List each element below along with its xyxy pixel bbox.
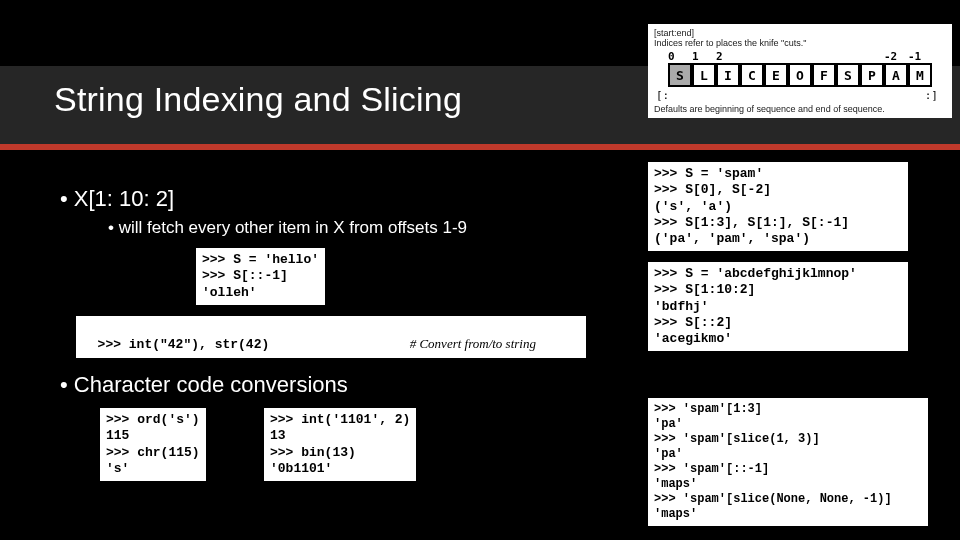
diagram-left-bracket: [: bbox=[656, 89, 669, 102]
diagram-cells: S L I C E O F S P A M bbox=[668, 63, 946, 87]
code-bin: >>> int('1101', 2) 13 >>> bin(13) '0b110… bbox=[264, 408, 416, 481]
code-abcdef: >>> S = 'abcdefghijklmnop' >>> S[1:10:2]… bbox=[648, 262, 908, 351]
bullet-x-slice-desc: will fetch every other item in X from of… bbox=[108, 218, 467, 238]
slice-diagram: [start:end] Indices refer to places the … bbox=[648, 24, 952, 118]
bullet-char-code: Character code conversions bbox=[60, 372, 348, 398]
diagram-top-note: [start:end] Indices refer to places the … bbox=[654, 28, 946, 48]
code-spam: >>> S = 'spam' >>> S[0], S[-2] ('s', 'a'… bbox=[648, 162, 908, 251]
slide-title: String Indexing and Slicing bbox=[54, 80, 462, 119]
diagram-right-bracket: :] bbox=[925, 89, 938, 102]
code-convert-call: >>> int("42"), str(42) bbox=[98, 337, 270, 352]
bullet-x-slice: X[1: 10: 2] bbox=[60, 186, 174, 212]
code-hello: >>> S = 'hello' >>> S[::-1] 'olleh' bbox=[196, 248, 325, 305]
code-ord: >>> ord('s') 115 >>> chr(115) 's' bbox=[100, 408, 206, 481]
code-convert: >>> int("42"), str(42) # Convert from/to… bbox=[76, 316, 586, 358]
diagram-indices: 0 1 2 -2 -1 bbox=[654, 50, 946, 63]
diagram-bottom-note: Defaults are beginning of sequence and e… bbox=[654, 104, 946, 114]
code-convert-comment: # Convert from/to string bbox=[410, 336, 536, 351]
code-sliceobj: >>> 'spam'[1:3] 'pa' >>> 'spam'[slice(1,… bbox=[648, 398, 928, 526]
